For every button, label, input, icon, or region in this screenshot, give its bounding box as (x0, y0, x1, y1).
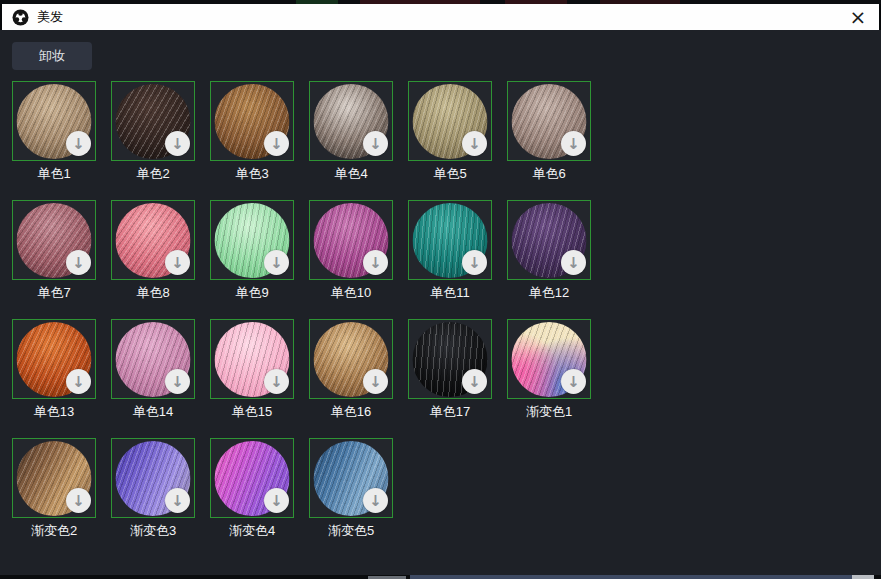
hair-style-cell: ↓ 单色17 (408, 319, 492, 419)
hair-style-cell: ↓ 渐变色4 (210, 438, 294, 538)
hair-style-tile[interactable]: ↓ (111, 438, 195, 518)
swatch-label: 单色3 (210, 166, 294, 181)
download-icon[interactable]: ↓ (561, 369, 586, 394)
swatch-label: 单色13 (12, 404, 96, 419)
download-icon[interactable]: ↓ (462, 250, 487, 275)
swatch-label: 单色9 (210, 285, 294, 300)
hair-style-cell: ↓ 单色2 (111, 81, 195, 181)
download-icon[interactable]: ↓ (363, 250, 388, 275)
download-icon[interactable]: ↓ (165, 369, 190, 394)
hair-style-tile[interactable]: ↓ (408, 319, 492, 399)
hair-style-cell: ↓ 渐变色1 (507, 319, 591, 419)
hair-style-tile[interactable]: ↓ (309, 438, 393, 518)
hair-style-cell: ↓ 单色12 (507, 200, 591, 300)
hair-style-tile[interactable]: ↓ (309, 319, 393, 399)
swatch-label: 单色11 (408, 285, 492, 300)
hair-style-tile[interactable]: ↓ (507, 200, 591, 280)
download-icon[interactable]: ↓ (66, 488, 91, 513)
download-icon[interactable]: ↓ (165, 250, 190, 275)
swatch-label: 单色15 (210, 404, 294, 419)
hair-style-cell: ↓ 单色4 (309, 81, 393, 181)
hair-style-tile[interactable]: ↓ (507, 81, 591, 161)
hair-style-tile[interactable]: ↓ (210, 81, 294, 161)
hair-style-cell: ↓ 单色10 (309, 200, 393, 300)
download-icon[interactable]: ↓ (264, 250, 289, 275)
download-icon[interactable]: ↓ (165, 131, 190, 156)
swatch-label: 渐变色1 (507, 404, 591, 419)
swatch-label: 单色14 (111, 404, 195, 419)
swatch-label: 渐变色2 (12, 523, 96, 538)
hair-style-cell: ↓ 单色1 (12, 81, 96, 181)
swatch-label: 单色7 (12, 285, 96, 300)
remove-makeup-button[interactable]: 卸妆 (12, 42, 92, 70)
hair-style-cell: ↓ 渐变色5 (309, 438, 393, 538)
hair-style-tile[interactable]: ↓ (408, 81, 492, 161)
download-icon[interactable]: ↓ (66, 369, 91, 394)
download-icon[interactable]: ↓ (363, 131, 388, 156)
bottom-block-gray (852, 575, 874, 579)
obs-logo-icon (12, 9, 29, 26)
window-title: 美发 (37, 8, 63, 26)
swatch-label: 渐变色4 (210, 523, 294, 538)
swatch-label: 单色17 (408, 404, 492, 419)
hair-style-cell: ↓ 单色16 (309, 319, 393, 419)
swatch-label: 单色2 (111, 166, 195, 181)
hair-style-cell: ↓ 单色9 (210, 200, 294, 300)
hair-style-tile[interactable]: ↓ (12, 200, 96, 280)
hair-style-tile[interactable]: ↓ (12, 438, 96, 518)
swatch-label: 单色10 (309, 285, 393, 300)
download-icon[interactable]: ↓ (264, 369, 289, 394)
swatch-label: 单色8 (111, 285, 195, 300)
swatch-label: 单色16 (309, 404, 393, 419)
swatch-label: 单色4 (309, 166, 393, 181)
hair-style-cell: ↓ 单色8 (111, 200, 195, 300)
hair-style-tile[interactable]: ↓ (507, 319, 591, 399)
swatch-label: 单色1 (12, 166, 96, 181)
dialog-body: 卸妆 ↓ 单色1 ↓ 单色2 ↓ 单色3 ↓ 单色4 ↓ (0, 30, 881, 575)
download-icon[interactable]: ↓ (462, 131, 487, 156)
hair-style-tile[interactable]: ↓ (210, 438, 294, 518)
hair-style-cell: ↓ 单色14 (111, 319, 195, 419)
hair-style-tile[interactable]: ↓ (111, 81, 195, 161)
hair-style-tile[interactable]: ↓ (309, 81, 393, 161)
hair-style-tile[interactable]: ↓ (210, 319, 294, 399)
swatch-label: 单色5 (408, 166, 492, 181)
hair-style-tile[interactable]: ↓ (12, 319, 96, 399)
download-icon[interactable]: ↓ (561, 250, 586, 275)
download-icon[interactable]: ↓ (264, 488, 289, 513)
hair-style-cell: ↓ 渐变色2 (12, 438, 96, 538)
swatch-label: 单色6 (507, 166, 591, 181)
hair-style-cell: ↓ 单色3 (210, 81, 294, 181)
download-icon[interactable]: ↓ (165, 488, 190, 513)
hair-style-tile[interactable]: ↓ (210, 200, 294, 280)
hair-style-tile[interactable]: ↓ (408, 200, 492, 280)
hair-style-cell: ↓ 单色11 (408, 200, 492, 300)
hair-style-tile[interactable]: ↓ (309, 200, 393, 280)
hair-style-cell: ↓ 渐变色3 (111, 438, 195, 538)
swatch-label: 渐变色5 (309, 523, 393, 538)
download-icon[interactable]: ↓ (462, 369, 487, 394)
swatch-label: 渐变色3 (111, 523, 195, 538)
hair-style-cell: ↓ 单色5 (408, 81, 492, 181)
swatch-grid: ↓ 单色1 ↓ 单色2 ↓ 单色3 ↓ 单色4 ↓ 单色5 (12, 81, 591, 538)
hair-style-tile[interactable]: ↓ (111, 319, 195, 399)
hair-style-tile[interactable]: ↓ (111, 200, 195, 280)
hair-style-cell: ↓ 单色15 (210, 319, 294, 419)
hair-style-cell: ↓ 单色13 (12, 319, 96, 419)
hair-style-tile[interactable]: ↓ (12, 81, 96, 161)
hair-style-cell: ↓ 单色7 (12, 200, 96, 300)
download-icon[interactable]: ↓ (363, 369, 388, 394)
download-icon[interactable]: ↓ (66, 131, 91, 156)
dialog-window: 美发 × 卸妆 ↓ 单色1 ↓ 单色2 ↓ 单色3 ↓ 单色4 (0, 0, 881, 579)
titlebar: 美发 × (2, 4, 879, 30)
download-icon[interactable]: ↓ (66, 250, 91, 275)
download-icon[interactable]: ↓ (363, 488, 388, 513)
close-button[interactable]: × (847, 6, 869, 28)
swatch-label: 单色12 (507, 285, 591, 300)
background-app-bottom-sliver (0, 575, 881, 579)
hair-style-cell: ↓ 单色6 (507, 81, 591, 181)
bottom-bar-slate (410, 575, 872, 579)
download-icon[interactable]: ↓ (561, 131, 586, 156)
download-icon[interactable]: ↓ (264, 131, 289, 156)
